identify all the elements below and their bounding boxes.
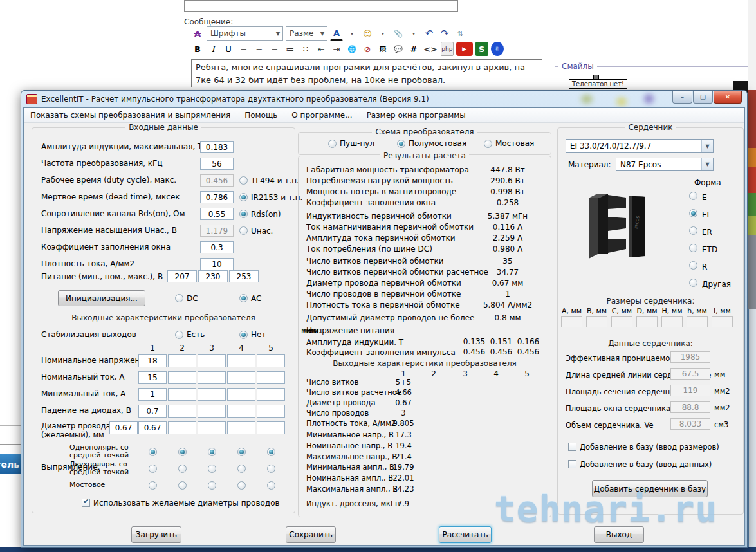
- use-diameters-checkbox[interactable]: [82, 499, 90, 507]
- diameter-cell[interactable]: [168, 421, 196, 434]
- grid-cell[interactable]: 1: [138, 388, 167, 401]
- bridge-radio[interactable]: [484, 140, 492, 148]
- grid-cell[interactable]: 0.7: [138, 405, 167, 418]
- supply-min-input[interactable]: 207: [167, 270, 197, 282]
- halfbridge-radio[interactable]: [397, 140, 405, 148]
- diameter-cell[interactable]: 0.67: [138, 421, 167, 434]
- init-button[interactable]: Инициализация...: [58, 290, 145, 306]
- diameter-cell[interactable]: [257, 421, 285, 434]
- core-type-combo[interactable]: EI 33.0/24.0/12.7/9.7 ▼: [566, 139, 714, 153]
- rect-radio[interactable]: [178, 465, 187, 473]
- unordered-list-icon[interactable]: ∷: [299, 42, 312, 56]
- page-left-tab[interactable]: тель: [0, 454, 21, 474]
- rect-radio[interactable]: [149, 481, 157, 490]
- menu-item[interactable]: Показать схемы преобразования и выпрямле…: [30, 111, 230, 120]
- field-input[interactable]: 1.179: [200, 225, 234, 237]
- redo-icon[interactable]: ↷: [438, 26, 451, 41]
- indent-icon[interactable]: ⇥: [330, 42, 343, 56]
- field-input[interactable]: 56: [200, 158, 234, 170]
- save-button[interactable]: Сохранить: [286, 526, 336, 543]
- forum-title-input[interactable]: [184, 0, 458, 12]
- radio-button[interactable]: [239, 226, 248, 235]
- align-center-icon[interactable]: ≡: [253, 42, 266, 56]
- field-input[interactable]: 10: [200, 258, 234, 270]
- attach-icon[interactable]: 📎: [392, 26, 405, 41]
- ac-radio[interactable]: [239, 294, 248, 302]
- supply-max-input[interactable]: 253: [229, 270, 259, 282]
- grid-cell[interactable]: [168, 388, 196, 401]
- chevron-down-icon[interactable]: ▾: [407, 26, 420, 41]
- rect-radio[interactable]: [149, 448, 157, 456]
- grid-cell[interactable]: [227, 388, 255, 401]
- rect-radio[interactable]: [208, 465, 216, 473]
- shape-radio[interactable]: [689, 226, 697, 235]
- load-button[interactable]: Загрузить: [131, 526, 181, 543]
- outdent-icon[interactable]: ⇤: [315, 42, 327, 56]
- font-color-icon[interactable]: A: [330, 26, 343, 41]
- grid-cell[interactable]: [227, 405, 255, 418]
- grid-cell[interactable]: [168, 354, 196, 367]
- grid-cell[interactable]: [198, 371, 226, 384]
- rect-radio[interactable]: [149, 465, 157, 473]
- size-input[interactable]: [586, 316, 607, 327]
- resize-editor-icon[interactable]: ⇅: [454, 26, 466, 41]
- rect-radio[interactable]: [178, 481, 187, 490]
- diameter-cell[interactable]: [198, 421, 226, 434]
- php-icon[interactable]: php: [441, 42, 454, 56]
- hash-icon[interactable]: #: [407, 42, 420, 56]
- add-core-button[interactable]: Добавить сердечник в базу: [592, 480, 708, 497]
- size-combo[interactable]: Разме▼: [286, 26, 327, 41]
- rect-radio[interactable]: [208, 481, 216, 490]
- supply-nom-input[interactable]: 230: [198, 270, 228, 282]
- grid-cell[interactable]: [198, 388, 226, 401]
- stab-no-radio[interactable]: [239, 331, 248, 339]
- core-data-input[interactable]: 8.033: [670, 418, 710, 430]
- grid-cell[interactable]: 15: [138, 371, 167, 384]
- menu-item[interactable]: Размер окна программы: [367, 111, 466, 120]
- menu-item[interactable]: Помощь: [244, 111, 277, 120]
- italic-icon[interactable]: I: [207, 42, 219, 56]
- rect-radio[interactable]: [237, 465, 246, 473]
- size-input[interactable]: [561, 316, 582, 327]
- field-input[interactable]: 0.3: [200, 241, 234, 253]
- insert-image-icon[interactable]: 🖼: [376, 42, 389, 56]
- menu-item[interactable]: О программе...: [291, 111, 352, 120]
- rect-radio[interactable]: [237, 448, 246, 456]
- grid-cell[interactable]: [257, 354, 285, 367]
- grid-cell[interactable]: [257, 371, 285, 384]
- insert-link-icon[interactable]: 🌐: [346, 42, 358, 56]
- radio-button[interactable]: [239, 193, 248, 201]
- stab-yes-radio[interactable]: [175, 331, 183, 339]
- code-icon[interactable]: <>: [423, 42, 438, 56]
- field-input[interactable]: 0.456: [200, 174, 234, 187]
- grid-cell[interactable]: [257, 405, 285, 418]
- message-textarea[interactable]: Ребята, многие спрашивали програмки для …: [191, 59, 542, 87]
- youtube-icon[interactable]: ▶: [456, 42, 473, 56]
- titlebar[interactable]: ExcellentIT - Расчет импульсного трансфо…: [21, 91, 747, 107]
- add-sizes-checkbox[interactable]: [568, 443, 576, 451]
- size-input[interactable]: [636, 316, 658, 327]
- add-data-checkbox[interactable]: [568, 460, 576, 468]
- size-input[interactable]: [661, 316, 683, 327]
- grid-cell[interactable]: [227, 371, 255, 384]
- chevron-down-icon[interactable]: ▾: [346, 26, 358, 41]
- minimize-button[interactable]: –: [672, 91, 692, 104]
- shape-radio[interactable]: [689, 261, 697, 270]
- radio-button[interactable]: [239, 176, 248, 185]
- calculate-button[interactable]: Рассчитать: [439, 526, 492, 543]
- size-input[interactable]: [687, 316, 708, 327]
- font-combo[interactable]: Шрифты▼: [207, 26, 283, 41]
- metal-icon[interactable]: ✌: [491, 42, 504, 56]
- underline-icon[interactable]: U: [222, 42, 235, 56]
- core-data-input[interactable]: 119: [670, 385, 710, 396]
- grid-cell[interactable]: [168, 371, 196, 384]
- quote-icon[interactable]: 💬: [392, 42, 405, 56]
- remove-format-icon[interactable]: A: [191, 26, 204, 41]
- size-input[interactable]: [611, 316, 632, 327]
- radio-button[interactable]: [239, 210, 248, 218]
- smiley-icon[interactable]: ☺: [361, 26, 374, 41]
- rect-radio[interactable]: [178, 448, 187, 456]
- size-input[interactable]: [712, 316, 733, 327]
- shape-radio[interactable]: [689, 192, 697, 200]
- field-input[interactable]: 0.183: [200, 141, 234, 153]
